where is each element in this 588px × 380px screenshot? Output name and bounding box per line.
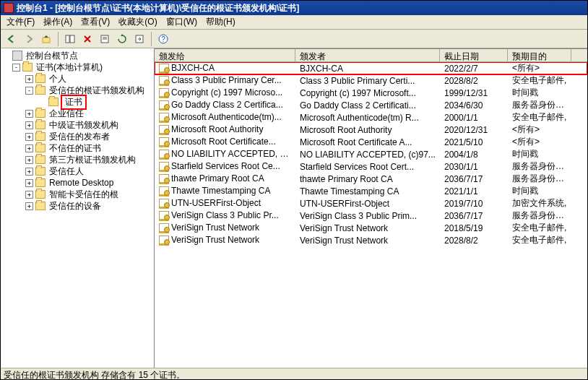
tree-personal[interactable]: 个人 [48, 73, 68, 85]
cell-purpose: <所有> [508, 124, 571, 136]
table-row[interactable]: Thawte Timestamping CAThawte Timestampin… [155, 185, 587, 197]
expander-icon[interactable]: + [25, 202, 33, 210]
cell-expiry: 2021/1/1 [440, 186, 508, 197]
expander-icon[interactable]: + [25, 133, 33, 141]
cell-issued-by: Microsoft Root Authority [295, 125, 440, 135]
cell-expiry: 1999/12/31 [440, 88, 508, 98]
col-issued-by[interactable]: 颁发者 [295, 49, 440, 61]
menu-favorites[interactable]: 收藏夹(O) [114, 14, 161, 30]
expander-icon[interactable]: + [25, 110, 33, 118]
tree-trusted-pub[interactable]: 受信任的发布者 [48, 131, 111, 143]
menu-window[interactable]: 窗口(W) [162, 14, 202, 30]
menu-view[interactable]: 查看(V) [77, 14, 114, 30]
svg-rect-0 [43, 38, 50, 43]
cell-issued-by: UTN-USERFirst-Object [295, 199, 440, 209]
table-row[interactable]: BJXCH-CABJXCH-CA2022/2/7<所有> [155, 62, 587, 74]
tree-pane[interactable]: -控制台根节点 -证书(本地计算机) +个人 -受信任的根证书颁发机构 +证书 … [1, 48, 155, 368]
cell-issued-by: Starfield Services Root Cert... [295, 162, 440, 172]
col-expiry[interactable]: 截止日期 [440, 49, 508, 61]
menu-help[interactable]: 帮助(H) [202, 14, 240, 30]
cell-issued-by: Thawte Timestamping CA [295, 186, 440, 197]
table-row[interactable]: Copyright (c) 1997 Microso...Copyright (… [155, 87, 587, 99]
expander-icon[interactable]: + [25, 179, 33, 187]
tree-root[interactable]: 控制台根节点 [25, 50, 79, 62]
cell-issued-to: VeriSign Trust Network [171, 235, 259, 245]
folder-icon [35, 121, 46, 129]
cell-issued-to: Copyright (c) 1997 Microso... [171, 87, 282, 98]
tree-trusted-dev[interactable]: 受信任的设备 [48, 200, 103, 212]
expander-icon[interactable]: + [25, 144, 33, 152]
table-row[interactable]: thawte Primary Root CAthawte Primary Roo… [155, 173, 587, 185]
table-row[interactable]: VeriSign Class 3 Public Pr...VeriSign Cl… [155, 210, 587, 222]
cell-issued-to: Thawte Timestamping CA [171, 186, 270, 196]
certificate-icon [159, 162, 169, 172]
table-row[interactable]: Starfield Services Root Ce...Starfield S… [155, 160, 587, 173]
expander-icon[interactable]: - [12, 64, 20, 72]
certificate-icon [159, 186, 169, 197]
table-row[interactable]: NO LIABILITY ACCEPTED, (c)...NO LIABILIT… [155, 148, 587, 160]
cell-issued-to: Microsoft Root Authority [171, 124, 263, 134]
expander-icon[interactable]: + [25, 75, 33, 83]
table-row[interactable]: VeriSign Trust NetworkVeriSign Trust Net… [155, 222, 587, 234]
tree-intermediate[interactable]: 中级证书颁发机构 [48, 119, 120, 131]
expander-icon[interactable]: + [25, 168, 33, 176]
cell-expiry: 2028/8/2 [440, 76, 508, 86]
cell-issued-by: BJXCH-CA [295, 64, 440, 74]
table-row[interactable]: VeriSign Trust NetworkVeriSign Trust Net… [155, 234, 587, 246]
cell-expiry: 2020/12/31 [440, 125, 508, 135]
menu-action[interactable]: 操作(A) [39, 14, 77, 30]
expander-icon[interactable]: + [25, 191, 33, 199]
cell-purpose: 安全电子邮件, [508, 222, 571, 234]
expander-icon[interactable]: + [25, 121, 33, 129]
show-hide-button[interactable] [62, 31, 78, 47]
delete-button[interactable] [79, 31, 95, 47]
folder-icon [35, 74, 46, 83]
toolbar-separator [58, 32, 59, 46]
cell-purpose: 服务器身份验证 [508, 160, 571, 173]
up-button[interactable] [38, 31, 54, 47]
certificate-icon [159, 64, 169, 74]
tree-enterprise[interactable]: 企业信任 [48, 108, 85, 120]
forward-button[interactable] [21, 31, 37, 47]
tree-trusted-people[interactable]: 受信任人 [48, 165, 85, 178]
tree-third-party[interactable]: 第三方根证书颁发机构 [48, 154, 137, 166]
cell-issued-by: Go Daddy Class 2 Certificati... [295, 100, 440, 111]
table-row[interactable]: Microsoft Root AuthorityMicrosoft Root A… [155, 124, 587, 136]
col-purpose[interactable]: 预期目的 [508, 49, 571, 61]
certificate-icon [159, 113, 169, 123]
folder-icon [35, 190, 46, 199]
table-row[interactable]: Microsoft Authenticode(tm)...Microsoft A… [155, 111, 587, 124]
cell-expiry: 2004/1/8 [440, 150, 508, 160]
menu-file[interactable]: 文件(F) [2, 14, 39, 30]
table-row[interactable]: Microsoft Root Certificate...Microsoft R… [155, 136, 587, 148]
refresh-button[interactable] [114, 31, 130, 47]
expander-icon[interactable]: - [25, 87, 33, 95]
table-row[interactable]: Go Daddy Class 2 Certifica...Go Daddy Cl… [155, 99, 587, 111]
cell-issued-to: NO LIABILITY ACCEPTED, (c)... [171, 149, 295, 159]
help-button[interactable]: ? [155, 31, 171, 47]
cell-expiry: 2030/1/1 [440, 162, 508, 172]
expander-icon[interactable]: + [25, 156, 33, 164]
cell-issued-by: thawte Primary Root CA [295, 174, 440, 184]
back-button[interactable] [4, 31, 20, 47]
table-row[interactable]: Class 3 Public Primary Cer...Class 3 Pub… [155, 74, 587, 87]
col-issued-to[interactable]: 颁发给 [155, 49, 295, 61]
list-header: 颁发给 颁发者 截止日期 预期目的 [155, 49, 587, 62]
table-row[interactable]: UTN-USERFirst-ObjectUTN-USERFirst-Object… [155, 197, 587, 210]
folder-icon [35, 132, 46, 141]
cell-expiry: 2036/7/17 [440, 174, 508, 184]
certificate-icon [159, 88, 169, 98]
tree-untrusted[interactable]: 不信任的证书 [48, 142, 103, 155]
list-body[interactable]: BJXCH-CABJXCH-CA2022/2/7<所有>Class 3 Publ… [155, 62, 587, 368]
cell-purpose: 时间戳 [508, 185, 571, 197]
cell-purpose: <所有> [508, 62, 571, 74]
tree-cert-local[interactable]: 证书(本地计算机) [35, 61, 104, 74]
certificate-icon [159, 76, 169, 86]
main-content: -控制台根节点 -证书(本地计算机) +个人 -受信任的根证书颁发机构 +证书 … [1, 48, 587, 368]
tree-smartcard[interactable]: 智能卡受信任的根 [48, 189, 120, 201]
tree-remote[interactable]: Remote Desktop [48, 178, 115, 188]
properties-button[interactable] [97, 31, 113, 47]
certificate-icon [159, 100, 169, 111]
cell-expiry: 2000/1/1 [440, 113, 508, 123]
export-button[interactable] [131, 31, 147, 47]
